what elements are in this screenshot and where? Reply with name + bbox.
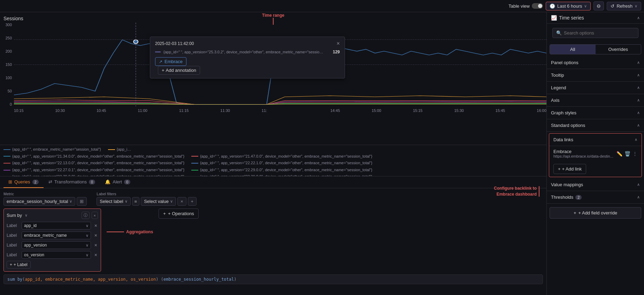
metric-select[interactable]: embrace_session_hourly_total ∨ — [3, 197, 75, 206]
backlink-callout-container — [547, 222, 644, 226]
x-axis-labels: 10:15 10:30 10:45 11:00 11:15 11:30 11: … — [14, 108, 546, 113]
sum-by-header: Sum by ∨ ⓘ × — [7, 212, 98, 219]
edit-link-button[interactable]: ✏️ — [616, 151, 622, 157]
transformations-count: 0 — [89, 180, 95, 184]
section-standard-options[interactable]: Standard options ∧ — [547, 119, 644, 132]
legend-row: {app_id=" ", app_version="22.27.0.1", de… — [3, 167, 543, 173]
sum-by-info-button[interactable]: ⓘ — [82, 212, 90, 219]
data-links-chevron: ∧ — [635, 137, 637, 142]
legend-item: {app_id=" ", app_version="22.13.0.0", de… — [3, 160, 184, 166]
alert-label: Alert — [113, 179, 122, 184]
legend-item: {app_id=" ", app_version="22.39.0.0", de… — [3, 174, 184, 176]
legend-color — [3, 170, 10, 171]
tab-transformations[interactable]: ⇄ Transformations 0 — [44, 176, 100, 188]
add-field-override-button[interactable]: + + Add field override — [550, 207, 641, 219]
zoom-button[interactable]: ⊖ — [593, 1, 604, 10]
legend-color — [108, 149, 115, 150]
section-axis[interactable]: Axis ∧ — [547, 94, 644, 107]
queries-label: Queries — [14, 179, 30, 184]
refresh-button[interactable]: ↺ Refresh ∨ — [607, 2, 641, 10]
search-container: 🔍 — [550, 26, 641, 40]
label-appversion-select[interactable]: app_version ∨ — [22, 241, 91, 249]
label-select[interactable]: Select label ∨ — [97, 197, 130, 206]
add-annotation-button[interactable]: + Add annotation — [158, 66, 200, 75]
embrace-button[interactable]: ↗ Embrace — [155, 57, 186, 66]
tooltip-row: {app_id=" ", app_version="25.3.0.2", dev… — [155, 50, 340, 54]
sum-by-label: Sum by — [7, 213, 22, 218]
transform-icon: ⇄ — [48, 179, 52, 184]
delete-link-button[interactable]: 🗑️ — [624, 151, 630, 157]
query-tabs: ⊞ Queries 2 ⇄ Transformations 0 🔔 Alert … — [0, 176, 546, 188]
legend-area: {app_id=" ", embrace_metric_name="sessio… — [0, 145, 546, 176]
query-content: Metric embrace_session_hourly_total ∨ ⊞ … — [0, 188, 546, 288]
data-links-section: Data links ∧ Embrace https://api.embrace… — [549, 133, 642, 177]
add-link-button[interactable]: + + Add link — [553, 164, 586, 174]
data-link-info: Embrace https://api.embrace.io/data-dest… — [553, 149, 614, 158]
section-thresholds[interactable]: Thresholds 2 ∧ — [547, 191, 644, 204]
equals-select[interactable]: = — [132, 197, 140, 206]
plus-icon: + — [162, 68, 164, 73]
legend-item: {app_i… — [108, 146, 131, 153]
section-panel-options[interactable]: Panel options ∧ — [547, 56, 644, 69]
section-legend[interactable]: Legend ∧ — [547, 82, 644, 94]
sum-by-actions: ⓘ × — [82, 212, 98, 219]
time-range-button[interactable]: 🕐 Last 6 hours ∨ — [546, 2, 591, 10]
section-value-mappings[interactable]: Value mappings ∧ — [547, 179, 644, 191]
data-link-actions: ✏️ 🗑️ ⋮ — [616, 151, 637, 157]
clear-filter-button[interactable]: × — [177, 197, 186, 206]
panel-collapse-chevron[interactable]: ∧ — [637, 16, 640, 20]
transformations-label: Transformations — [54, 179, 87, 184]
main-layout: Sessions 300 250 200 150 100 50 0 — [0, 12, 644, 295]
chart-inner: 2025-02-03 11:42:00 × {app_id=" ", app_v… — [14, 23, 546, 106]
label-appid-select[interactable]: app_id ∨ — [22, 222, 91, 229]
add-field-override-container: + + Add field override — [547, 204, 644, 222]
refresh-label: Refresh — [616, 3, 632, 9]
panel-title: Time series — [559, 15, 584, 21]
remove-osversion[interactable]: × — [94, 251, 98, 258]
tab-alert[interactable]: 🔔 Alert 0 — [100, 176, 135, 188]
label-row-appid: Label app_id ∨ × — [7, 222, 98, 229]
section-tooltip[interactable]: Tooltip ∧ — [547, 69, 644, 82]
remove-appversion[interactable]: × — [94, 242, 98, 249]
sum-by-row: Sum by ∨ ⓘ × Label app — [3, 209, 543, 272]
section-graph-styles[interactable]: Graph styles ∧ — [547, 107, 644, 119]
tooltip-color-line — [155, 52, 161, 52]
sum-by-box: Sum by ∨ ⓘ × Label app — [3, 209, 101, 272]
tooltip-close[interactable]: × — [337, 40, 340, 47]
all-button[interactable]: All — [550, 45, 596, 54]
label-embrace-select[interactable]: embrace_metric_name ∨ — [22, 232, 91, 239]
add-label-button[interactable]: + + Label — [7, 261, 31, 268]
legend-color — [3, 149, 10, 150]
metric-options-button[interactable]: ⊞ — [77, 197, 87, 206]
table-view-switch[interactable] — [532, 3, 543, 9]
table-view-toggle[interactable]: Table view — [508, 3, 543, 9]
search-input[interactable] — [564, 30, 635, 36]
legend-item: {app_id=" ", embrace_metric_name="sessio… — [3, 146, 101, 153]
zoom-icon: ⊖ — [597, 3, 601, 9]
more-options-button[interactable]: ⋮ — [632, 151, 637, 157]
remove-appid[interactable]: × — [94, 222, 98, 229]
operations-button[interactable]: + + Operations — [159, 209, 198, 219]
chart-panel: Sessions 300 250 200 150 100 50 0 — [0, 12, 546, 295]
data-links-label: Data links — [553, 137, 573, 142]
tab-queries[interactable]: ⊞ Queries 2 — [3, 176, 44, 188]
clock-icon: 🕐 — [550, 3, 555, 9]
data-links-header[interactable]: Data links ∧ — [549, 134, 642, 146]
label-osversion-select[interactable]: os_version ∨ — [22, 251, 91, 259]
legend-color — [191, 156, 198, 157]
overrides-button[interactable]: Overrides — [596, 45, 641, 54]
add-filter-button[interactable]: + — [188, 197, 197, 206]
alert-count: 0 — [124, 180, 130, 184]
legend-item: {app_id=" ", app_version="21.47.0.0", de… — [191, 153, 372, 160]
value-select[interactable]: Select value ∨ — [141, 197, 176, 206]
remove-embrace-metric[interactable]: × — [94, 232, 98, 239]
sum-by-close-button[interactable]: × — [92, 212, 98, 219]
panel-type: 📈 Time series — [551, 15, 584, 21]
legend-row: {app_id=" ", app_version="21.34.0.0", de… — [3, 153, 543, 160]
queries-count: 2 — [32, 180, 39, 184]
sum-by-chevron: ∨ — [25, 213, 28, 218]
legend-row: {app_id=" ", embrace_metric_name="sessio… — [3, 146, 543, 153]
top-toolbar: Table view 🕐 Last 6 hours ∨ ⊖ ↺ Refresh … — [0, 0, 644, 12]
legend-color — [191, 163, 198, 164]
legend-item: {app_id=" ", app_version="22.29.0.0", de… — [191, 174, 372, 176]
